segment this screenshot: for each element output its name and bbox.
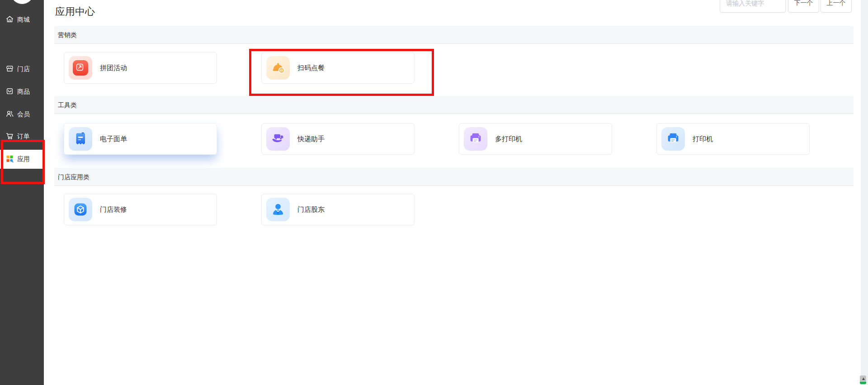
orders-icon (5, 132, 14, 142)
sidebar-item-label: 订单 (17, 133, 30, 141)
e-waybill-icon (69, 127, 92, 151)
app-card-group-buy[interactable]: 拼团活动 (64, 52, 217, 84)
card-row-store-apps: 门店装修 门店股东 (64, 194, 415, 225)
printer-icon (661, 127, 685, 151)
storefront-icon (5, 64, 14, 74)
sidebar-item-members[interactable]: 会员 (0, 105, 44, 124)
app-card-printer[interactable]: 打印机 (656, 123, 810, 155)
sidebar-item-apps[interactable]: 应用 (0, 150, 44, 169)
home-icon (5, 15, 14, 25)
section-header-tools: 工具类 (54, 96, 854, 114)
app-card-label: 多打印机 (495, 135, 522, 143)
sidebar-item-label: 门店 (17, 65, 30, 73)
sidebar-item-store[interactable]: 门店 (0, 60, 44, 79)
app-card-label: 拼团活动 (100, 64, 127, 72)
next-button[interactable]: 下一个 (788, 0, 819, 13)
section-header-marketing: 营销类 (54, 26, 854, 44)
sidebar-item-mall[interactable]: 商城 (0, 10, 44, 29)
sidebar-item-orders[interactable]: 订单 (0, 127, 44, 146)
store-decoration-icon (69, 198, 92, 221)
scrollbar-track (861, 0, 868, 385)
app-card-courier[interactable]: 快递助手 (261, 123, 415, 155)
app-card-store-decoration[interactable]: 门店装修 (64, 194, 217, 225)
members-icon (5, 109, 14, 119)
scan-order-icon (266, 56, 290, 80)
courier-icon (266, 127, 290, 151)
sidebar-item-goods[interactable]: 商品 (0, 82, 44, 101)
cursor-arrow-icon: ▲ (861, 376, 866, 381)
store-shareholder-icon (266, 198, 290, 221)
app-card-scan-order[interactable]: 扫码点餐 (261, 52, 415, 84)
sidebar-item-label: 商品 (17, 88, 30, 96)
app-card-label: 扫码点餐 (297, 64, 325, 72)
apps-icon (5, 154, 14, 164)
sidebar-item-label: 会员 (17, 110, 30, 119)
app-card-label: 电子面单 (100, 135, 127, 143)
sidebar-item-label: 应用 (17, 155, 30, 163)
section-header-store-apps: 门店应用类 (54, 168, 854, 186)
sidebar: 商城 门店 商品 会员 (0, 0, 44, 385)
card-row-marketing: 拼团活动 扫码点餐 (64, 52, 415, 84)
app-card-label: 门店装修 (100, 205, 127, 214)
app-card-store-shareholder[interactable]: 门店股东 (261, 194, 415, 225)
app-card-e-waybill[interactable]: 电子面单 (64, 123, 217, 155)
goods-icon (5, 87, 14, 97)
sidebar-item-label: 商城 (17, 16, 30, 24)
search-input[interactable] (720, 0, 786, 13)
multi-printer-icon (464, 127, 487, 151)
group-buy-icon (69, 56, 92, 80)
card-row-tools: 电子面单 快递助手 (64, 123, 810, 155)
app-card-multi-printer[interactable]: 多打印机 (459, 123, 612, 155)
avatar[interactable] (10, 0, 34, 4)
app-card-label: 门店股东 (297, 205, 325, 214)
app-card-label: 快递助手 (297, 135, 325, 143)
prev-button[interactable]: 上一个 (821, 0, 852, 13)
page-title: 应用中心 (55, 5, 95, 19)
main-content: 应用中心 下一个 上一个 营销类 拼团活动 (44, 0, 861, 385)
cursor-artifact: ▲ (860, 375, 866, 384)
app-card-label: 打印机 (693, 135, 713, 143)
